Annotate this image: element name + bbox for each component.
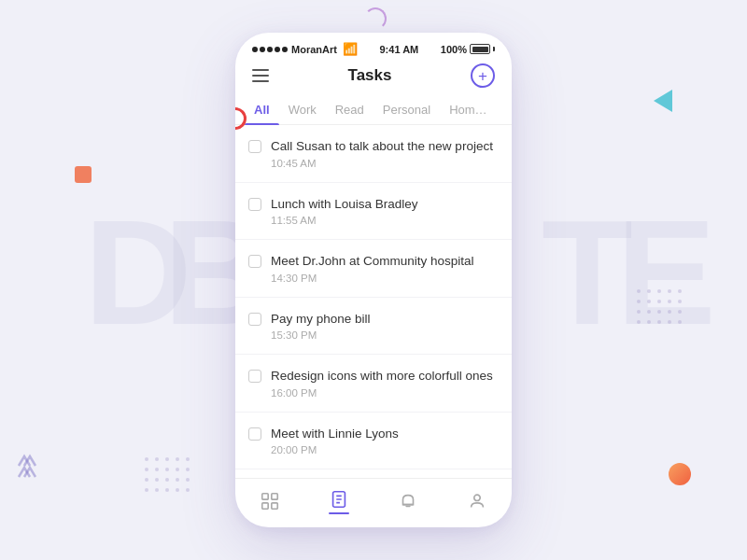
bg-chevrons <box>11 449 49 490</box>
bell-icon <box>397 490 419 512</box>
bg-letter-t: T <box>542 187 633 358</box>
task-checkbox-2[interactable] <box>248 198 261 211</box>
signal-dot-1 <box>252 47 258 52</box>
add-task-button[interactable]: + <box>471 63 495 88</box>
task-item-5[interactable]: Redesign icons with more colorfull ones … <box>235 355 512 413</box>
svg-point-10 <box>474 495 480 500</box>
nav-item-notifications[interactable] <box>397 490 419 512</box>
add-icon: + <box>478 68 487 84</box>
svg-rect-1 <box>272 494 277 499</box>
status-time: 9:41 AM <box>379 44 418 55</box>
nav-item-profile[interactable] <box>466 490 488 512</box>
task-content-1: Call Susan to talk about the new project… <box>271 138 495 169</box>
task-title-3: Meet Dr.John at Community hospital <box>271 253 495 270</box>
task-checkbox-6[interactable] <box>248 427 261 441</box>
tab-bar: All Work Read Personal Hom… <box>235 97 512 125</box>
bg-triangle-icon <box>654 90 672 112</box>
battery-bar <box>470 44 490 54</box>
bottom-nav <box>235 478 512 528</box>
status-bar: MoranArt 📶 9:41 AM 100% <box>235 33 512 60</box>
signal-dots <box>252 47 288 52</box>
task-content-5: Redesign icons with more colorfull ones … <box>271 368 495 399</box>
task-time-2: 11:55 AM <box>271 215 495 226</box>
task-item-1[interactable]: Call Susan to talk about the new project… <box>235 125 512 183</box>
carrier-name: MoranArt <box>291 44 337 55</box>
task-content-6: Meet with Linnie Lyons 20:00 PM <box>271 426 495 456</box>
nav-item-home[interactable] <box>259 490 281 512</box>
nav-active-indicator <box>329 512 349 515</box>
task-item-3[interactable]: Meet Dr.John at Community hospital 14:30… <box>235 240 512 298</box>
task-content-3: Meet Dr.John at Community hospital 14:30… <box>271 253 495 284</box>
tab-work[interactable]: Work <box>279 97 326 124</box>
task-time-1: 10:45 AM <box>271 158 495 169</box>
svg-rect-0 <box>262 494 268 499</box>
battery-indicator: 100% <box>441 44 495 55</box>
dot-grid-right <box>637 289 682 324</box>
task-time-3: 14:30 PM <box>271 273 495 284</box>
hamburger-line-3 <box>252 80 269 82</box>
task-item-6[interactable]: Meet with Linnie Lyons 20:00 PM <box>235 413 512 470</box>
bg-letter-e: E <box>616 187 716 358</box>
battery-tip <box>493 47 495 51</box>
task-time-6: 20:00 PM <box>271 444 495 455</box>
red-circle-decoration <box>224 107 247 130</box>
tab-read[interactable]: Read <box>326 97 374 124</box>
app-header: Tasks + <box>235 60 512 97</box>
task-checkbox-5[interactable] <box>248 370 261 383</box>
task-content-4: Pay my phone bill 15:30 PM <box>271 311 495 342</box>
page-title: Tasks <box>348 66 392 85</box>
menu-button[interactable] <box>252 69 269 82</box>
bg-spinner-icon <box>364 7 387 30</box>
tab-personal[interactable]: Personal <box>374 97 440 124</box>
svg-rect-3 <box>272 503 277 509</box>
hamburger-line-1 <box>252 69 269 71</box>
battery-fill <box>472 47 488 52</box>
status-left: MoranArt 📶 <box>252 42 358 56</box>
phone-frame: MoranArt 📶 9:41 AM 100% Tasks + All Work <box>235 33 512 527</box>
task-checkbox-4[interactable] <box>248 313 261 326</box>
tab-home[interactable]: Hom… <box>440 97 496 124</box>
hamburger-line-2 <box>252 75 269 77</box>
profile-icon <box>466 490 488 512</box>
task-item-7[interactable]: Read the A Song of Ice and Fire 20:00 PM <box>235 469 512 477</box>
task-list: Call Susan to talk about the new project… <box>235 125 512 478</box>
dot-grid-bottom-left <box>145 457 190 492</box>
bg-letter-d: D <box>84 187 192 358</box>
task-title-5: Redesign icons with more colorfull ones <box>271 368 495 385</box>
tab-all[interactable]: All <box>245 97 279 124</box>
task-time-5: 16:00 PM <box>271 387 495 399</box>
task-title-6: Meet with Linnie Lyons <box>271 426 495 442</box>
signal-dot-3 <box>267 47 273 52</box>
signal-dot-2 <box>260 47 265 52</box>
signal-dot-5 <box>282 47 288 52</box>
task-item-2[interactable]: Lunch with Louisa Bradley 11:55 AM <box>235 183 512 241</box>
nav-item-tasks[interactable] <box>328 488 350 515</box>
tasks-icon <box>328 488 350 511</box>
task-title-2: Lunch with Louisa Bradley <box>271 196 495 213</box>
task-time-4: 15:30 PM <box>271 329 495 341</box>
task-item-4[interactable]: Pay my phone bill 15:30 PM <box>235 298 512 356</box>
signal-dot-4 <box>275 47 280 52</box>
grid-icon <box>259 490 281 512</box>
svg-rect-2 <box>262 503 268 509</box>
task-title-1: Call Susan to talk about the new project <box>271 138 495 155</box>
battery-percent: 100% <box>441 44 467 55</box>
bg-orange-square <box>75 166 92 183</box>
task-content-2: Lunch with Louisa Bradley 11:55 AM <box>271 196 495 227</box>
task-checkbox-1[interactable] <box>248 140 261 153</box>
task-checkbox-3[interactable] <box>248 255 261 268</box>
wifi-icon: 📶 <box>343 42 358 56</box>
bg-orange-circle <box>669 463 691 485</box>
task-title-4: Pay my phone bill <box>271 311 495 328</box>
